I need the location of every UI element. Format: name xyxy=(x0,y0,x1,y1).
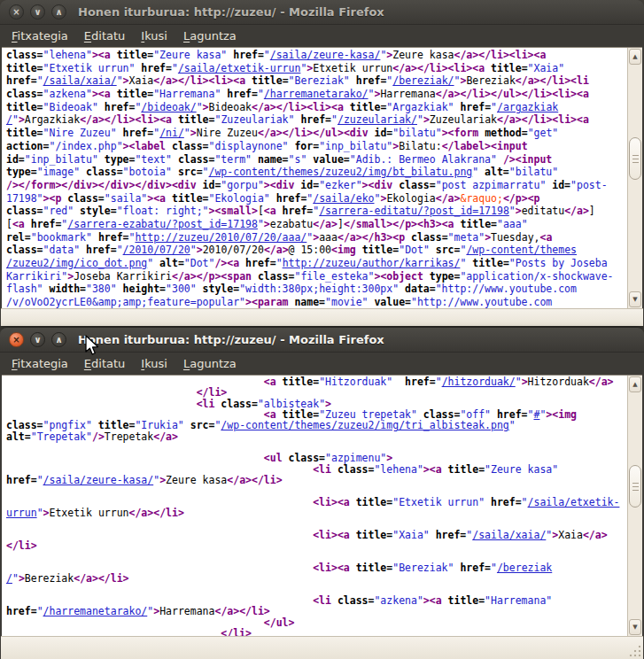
source-text: class="lehena"><a title="Zeure kasa" hre… xyxy=(2,48,627,308)
close-icon: × xyxy=(12,8,19,17)
window-buttons: ×∨∧ xyxy=(9,332,66,347)
maximize-button[interactable]: ∧ xyxy=(51,332,66,347)
minimize-icon: ∨ xyxy=(34,8,41,17)
menubar: FitxategiaEditatuIkusiLaguntza xyxy=(0,353,644,375)
viewsource-window-front: ×∨∧ Honen iturburua: http://zuzeu/ - Moz… xyxy=(0,328,644,659)
source-line: <li><a title="Xaia" href="/saila/xaia/">… xyxy=(6,530,627,540)
source-line: /">Argazkiak</a></li><li><a title="Zuzeu… xyxy=(6,113,627,127)
source-line: /></form></div></div></div><div id="gorp… xyxy=(6,179,627,192)
menu-editatu[interactable]: Editatu xyxy=(76,354,133,373)
close-button[interactable]: × xyxy=(9,4,24,19)
source-line: flash" width="380" height="300" style="w… xyxy=(6,283,627,296)
close-icon: × xyxy=(12,336,19,345)
source-line: class="azkena"><a title="Harremana" href… xyxy=(6,88,627,101)
menubar: FitxategiaEditatuIkusiLaguntza xyxy=(0,25,644,47)
window-buttons: ×∨∧ xyxy=(9,4,66,19)
minimize-button[interactable]: ∨ xyxy=(30,332,45,347)
scrollbar-thumb[interactable] xyxy=(629,137,641,180)
maximize-icon: ∧ xyxy=(55,8,62,17)
close-button[interactable]: × xyxy=(9,332,24,347)
source-line: urrun">Etxetik urrun</a></li> xyxy=(6,508,627,518)
source-line: title="Etxetik urrun" href="/saila/etxet… xyxy=(6,62,627,75)
source-line: class="lehena"><a title="Zeure kasa" hre… xyxy=(6,49,627,62)
window-title: Honen iturburua: http://zuzeu/ - Mozilla… xyxy=(78,333,384,346)
source-view: <a title="Hitzorduak" href="/hitzorduak/… xyxy=(2,375,642,636)
source-line: /">Bereziak</a></li> xyxy=(6,573,627,584)
source-text: <a title="Hitzorduak" href="/hitzorduak/… xyxy=(2,376,627,636)
vertical-scrollbar[interactable]: ▲ ▼ xyxy=(627,376,642,636)
scroll-down-icon[interactable]: ▼ xyxy=(629,619,641,635)
minimize-button[interactable]: ∨ xyxy=(30,4,45,19)
menu-fitxategia[interactable]: Fitxategia xyxy=(4,354,76,373)
source-line: </li> xyxy=(6,628,627,636)
vertical-scrollbar[interactable]: ▲ ▼ xyxy=(627,48,642,308)
source-line: [<a href="/sarrera-ezabatu/?post_id=1719… xyxy=(6,218,627,231)
source-line: </li> xyxy=(6,540,627,551)
thumb-grip-icon xyxy=(632,483,639,491)
source-line: href="/saila/xaia/">Xaia</a></li><li><a … xyxy=(6,74,627,88)
scrollbar-thumb[interactable] xyxy=(629,465,641,508)
viewsource-window-back: ×∨∧ Honen iturburua: http://zuzeu/ - Moz… xyxy=(0,0,644,326)
source-line: Karrikiri">Joseba Karrikiri</a></p><span… xyxy=(6,270,627,283)
thumb-grip-icon xyxy=(632,155,639,163)
source-view: class="lehena"><a title="Zeure kasa" hre… xyxy=(2,47,642,308)
source-line: type="image" class="botoia" src="/wp-con… xyxy=(6,166,627,179)
scrollbar-track[interactable] xyxy=(628,66,642,291)
source-line: title="Bideoak" href="/bideoak/">Bideoak… xyxy=(6,101,627,114)
menu-laguntza[interactable]: Laguntza xyxy=(175,27,244,45)
menu-ikusi[interactable]: Ikusi xyxy=(133,27,175,45)
source-line: class="red" style="float: right;"><small… xyxy=(6,205,627,218)
maximize-icon: ∧ xyxy=(55,336,62,345)
menu-laguntza[interactable]: Laguntza xyxy=(175,354,244,373)
titlebar[interactable]: ×∨∧ Honen iturburua: http://zuzeu/ - Moz… xyxy=(0,328,644,353)
source-line: 17198"><p class="saila"><a title="Ekolog… xyxy=(6,192,627,205)
statusbar xyxy=(1,636,643,659)
maximize-button[interactable]: ∧ xyxy=(51,4,66,19)
source-line: /v/oVoO2ycrLE0&amp;amp;feature=popular">… xyxy=(6,296,627,308)
scroll-up-icon[interactable]: ▲ xyxy=(629,376,641,392)
source-line: /zuzeu2/img/ico_dot.png" alt="Dot"/><a h… xyxy=(6,257,627,270)
scroll-down-icon[interactable]: ▼ xyxy=(629,291,641,307)
scrollbar-track[interactable] xyxy=(628,393,642,618)
source-line: title="Nire Zuzeu" href="/ni/">Nire Zuze… xyxy=(6,127,627,140)
source-line: alt="Trepetak"/>Trepetak</a> xyxy=(6,431,627,442)
source-line: class="data" href="/2010/07/20">2010/07/… xyxy=(6,244,627,257)
menu-fitxategia[interactable]: Fitxategia xyxy=(4,27,76,45)
resize-grip-icon[interactable] xyxy=(629,645,641,657)
menu-editatu[interactable]: Editatu xyxy=(76,27,133,45)
menu-ikusi[interactable]: Ikusi xyxy=(133,354,175,373)
source-line: rel="bookmark" href="http://zuzeu/2010/0… xyxy=(6,231,627,244)
window-title: Honen iturburua: http://zuzeu/ - Mozilla… xyxy=(78,5,384,19)
titlebar[interactable]: ×∨∧ Honen iturburua: http://zuzeu/ - Moz… xyxy=(0,0,644,25)
source-line: action="/index.php"><label class="displa… xyxy=(6,140,627,153)
source-line: id="inp_bilatu" type="text" class="term"… xyxy=(6,153,627,167)
minimize-icon: ∨ xyxy=(34,336,41,345)
scroll-up-icon[interactable]: ▲ xyxy=(629,49,641,65)
source-line: href="/saila/zeure-kasa/">Zeure kasa</a>… xyxy=(6,475,627,485)
statusbar xyxy=(1,308,643,326)
